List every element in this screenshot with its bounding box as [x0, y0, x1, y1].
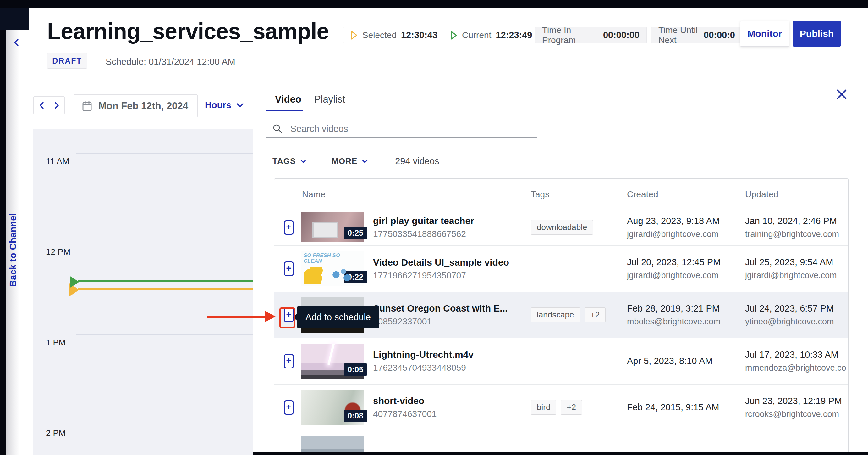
monitor-button[interactable]: Monitor — [740, 21, 789, 47]
timeline-panel[interactable]: 11 AM 12 PM 1 PM 2 PM — [33, 129, 253, 455]
chevron-right-icon — [54, 101, 60, 110]
video-name: short-video — [373, 396, 424, 406]
collapse-sidebar-button[interactable] — [11, 36, 22, 49]
video-id: 1762345704933448059 — [373, 363, 466, 373]
created-by-email: jgirardi@brightcove.com — [627, 271, 719, 280]
next-day-button[interactable] — [49, 96, 64, 114]
created-date: Feb 24, 2015, 9:15 AM — [627, 402, 719, 413]
chip-label: Time In Program — [542, 25, 599, 45]
column-header-name: Name — [302, 190, 326, 199]
nav-corner-block — [0, 7, 29, 30]
duration-badge: 0:22 — [344, 271, 367, 283]
created-date: Jul 20, 2023, 12:45 PM — [627, 257, 721, 267]
selected-time-chip: Selected 12:30:43 — [343, 27, 437, 44]
table-body: + 0:25 girl play guitar teacher 17750335… — [274, 209, 848, 455]
add-to-schedule-tooltip: Add to schedule — [297, 307, 379, 328]
chip-value: 00:00:00 — [603, 30, 640, 40]
play-outline-icon — [450, 30, 458, 40]
updated-by-email: training@brightcove.com — [745, 229, 839, 239]
collapsed-sidebar: Back to Channel — [6, 7, 20, 455]
video-thumbnail: 0:08 — [301, 390, 364, 425]
top-black-bar — [0, 0, 868, 7]
chip-label: Time Until Next — [658, 25, 699, 45]
table-row[interactable]: + 0:05 Lightning-Utrecht.m4v 17623457049… — [274, 338, 848, 385]
video-count: 294 videos — [395, 156, 439, 167]
chip-label: Selected — [362, 30, 397, 40]
search-icon — [273, 124, 282, 134]
publish-button[interactable]: Publish — [793, 21, 841, 47]
column-header-updated: Updated — [745, 190, 778, 199]
hour-gridline — [76, 153, 253, 153]
tags-filter-dropdown[interactable]: TAGS — [273, 157, 306, 166]
search-input[interactable] — [290, 124, 510, 134]
updated-date: Jul 24, 2023, 6:57 PM — [745, 303, 834, 314]
tabs-divider — [266, 111, 850, 111]
date-picker-button[interactable]: Mon Feb 12th, 2024 — [73, 94, 198, 117]
table-row[interactable]: + 0:08 short-video 4077874637001 bird+2 … — [274, 385, 848, 430]
video-name: girl play guitar teacher — [373, 216, 474, 226]
annotation-highlight-box — [279, 307, 295, 328]
table-row[interactable]: + 0:25 girl play guitar teacher 17750335… — [274, 209, 848, 246]
hour-label: 12 PM — [46, 247, 70, 257]
filter-bar: TAGS MORE 294 videos — [273, 156, 439, 167]
column-header-tags: Tags — [531, 190, 549, 199]
close-icon[interactable] — [835, 88, 848, 101]
video-thumbnail: 0:05 — [301, 344, 364, 379]
hour-label: 2 PM — [46, 429, 66, 438]
hour-label: 1 PM — [46, 338, 66, 348]
video-id: 008592337001 — [373, 317, 432, 326]
chip-value: 00:00:0 — [704, 30, 735, 40]
selected-time-marker-line — [78, 288, 253, 290]
add-to-schedule-button[interactable]: + — [284, 220, 294, 235]
video-thumbnail: 0:25 — [301, 212, 364, 242]
video-thumbnail: SO FRESH SO CLEAN 0:22 — [301, 251, 364, 286]
header-separator — [97, 55, 97, 67]
hour-gridline — [76, 244, 253, 244]
created-date: Feb 28, 2019, 3:21 PM — [627, 303, 720, 314]
tab-video[interactable]: Video — [275, 94, 301, 105]
chevron-left-icon — [13, 38, 20, 47]
add-to-schedule-button[interactable]: + — [284, 261, 294, 276]
created-by-email: mboles@brightcove.com — [627, 317, 721, 326]
updated-date: Jun 23, 2023, 12:19 PM — [745, 396, 842, 406]
back-to-channel-link[interactable]: Back to Channel — [8, 213, 18, 287]
hour-gridline — [76, 334, 253, 335]
calendar-icon — [82, 101, 92, 111]
tag-pill: downloadable — [531, 220, 593, 235]
tab-playlist[interactable]: Playlist — [314, 94, 345, 105]
tag-pill: +2 — [585, 307, 606, 322]
hour-label: 11 AM — [46, 157, 69, 167]
video-tags — [531, 246, 624, 292]
table-row[interactable]: + Coast Video with Narration a Feb 27, 2… — [274, 430, 848, 455]
search-field — [266, 120, 537, 138]
prev-day-button[interactable] — [34, 96, 49, 114]
add-to-schedule-button[interactable]: + — [284, 400, 294, 415]
zoom-dropdown-label: Hours — [205, 100, 231, 110]
add-to-schedule-button[interactable]: + — [284, 354, 294, 368]
updated-date: Jul 25, 2023, 9:54 AM — [745, 257, 833, 267]
chip-value: 12:30:43 — [401, 30, 437, 40]
chevron-down-icon — [236, 103, 244, 108]
table-header: Name Tags Created Updated — [274, 179, 848, 209]
updated-by-email: jgirardi@brightcove.com — [745, 271, 837, 280]
time-in-program-chip: Time In Program 00:00:00 — [535, 27, 647, 44]
play-outline-icon — [350, 30, 358, 40]
thumbnail-text: SO FRESH SO CLEAN — [304, 253, 344, 264]
video-name: Sunset Oregon Coast with E... — [373, 303, 507, 314]
table-row[interactable]: + SO FRESH SO CLEAN 0:22 Video Details U… — [274, 246, 848, 292]
video-tags — [531, 430, 624, 455]
timeline-zoom-dropdown[interactable]: Hours — [205, 100, 244, 110]
header-divider — [20, 83, 868, 83]
updated-by-email: rcrooks@brightcove.com — [745, 409, 839, 419]
status-badge: DRAFT — [47, 53, 87, 68]
current-time-marker-arrow[interactable] — [70, 276, 79, 288]
more-filter-dropdown[interactable]: MORE — [332, 157, 368, 166]
bottom-black-bar — [253, 453, 868, 455]
tag-pill: landscape — [531, 307, 580, 322]
chevron-left-icon — [39, 101, 44, 110]
date-nav-buttons — [33, 96, 65, 114]
chip-value: 12:23:49 — [496, 30, 532, 40]
updated-by-email: mmendoza@brightcove.co — [745, 363, 846, 373]
updated-date: Jul 17, 2023, 10:33 AM — [745, 349, 838, 360]
video-id: 1775033541888667562 — [373, 229, 466, 239]
